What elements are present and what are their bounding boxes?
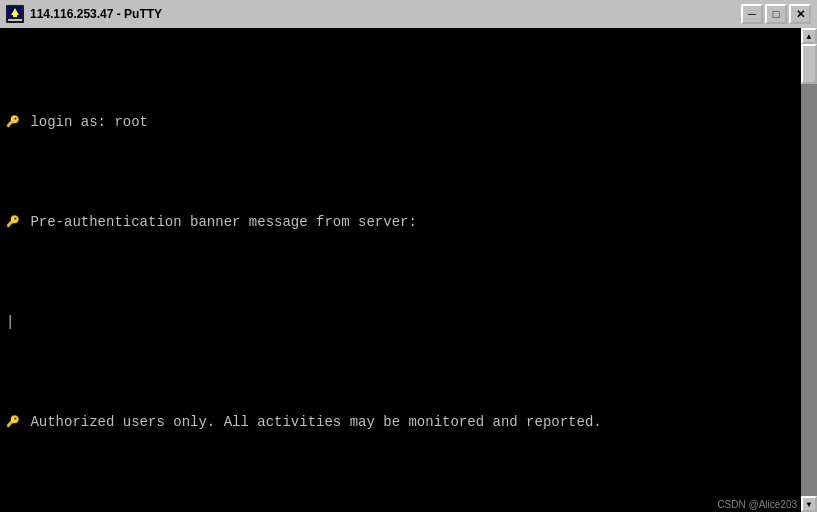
line-1-text: login as: root: [22, 112, 148, 132]
svg-rect-4: [13, 15, 17, 17]
app-icon: [6, 5, 24, 23]
terminal-line-2: 🔑 Pre-authentication banner message from…: [6, 212, 811, 232]
putty-window: 114.116.253.47 - PuTTY ─ □ ✕ 🔑 login as:…: [0, 0, 817, 512]
scroll-track[interactable]: [801, 44, 817, 496]
terminal-line-4: 🔑 Authorized users only. All activities …: [6, 412, 811, 432]
close-button[interactable]: ✕: [789, 4, 811, 24]
terminal-line-1: 🔑 login as: root: [6, 112, 811, 132]
svg-rect-2: [8, 19, 22, 21]
terminal-line-3: |: [6, 312, 811, 332]
line-2-text: Pre-authentication banner message from s…: [22, 212, 417, 232]
status-bar: CSDN @Alice203: [717, 499, 797, 510]
key-icon-3: 🔑: [6, 412, 20, 432]
scroll-down-button[interactable]: ▼: [801, 496, 817, 512]
line-4-text: Authorized users only. All activities ma…: [22, 412, 602, 432]
key-icon-2: 🔑: [6, 212, 20, 232]
title-bar: 114.116.253.47 - PuTTY ─ □ ✕: [0, 0, 817, 28]
pipe-icon-1: |: [6, 312, 14, 332]
window-controls: ─ □ ✕: [741, 4, 811, 24]
scroll-up-button[interactable]: ▲: [801, 28, 817, 44]
key-icon-1: 🔑: [6, 112, 20, 132]
scroll-thumb[interactable]: [801, 44, 817, 84]
window-title: 114.116.253.47 - PuTTY: [30, 7, 741, 21]
minimize-button[interactable]: ─: [741, 4, 763, 24]
terminal-area[interactable]: 🔑 login as: root 🔑 Pre-authentication ba…: [0, 28, 817, 512]
terminal-scrollbar[interactable]: ▲ ▼: [801, 28, 817, 512]
terminal-content: 🔑 login as: root 🔑 Pre-authentication ba…: [6, 32, 811, 512]
maximize-button[interactable]: □: [765, 4, 787, 24]
